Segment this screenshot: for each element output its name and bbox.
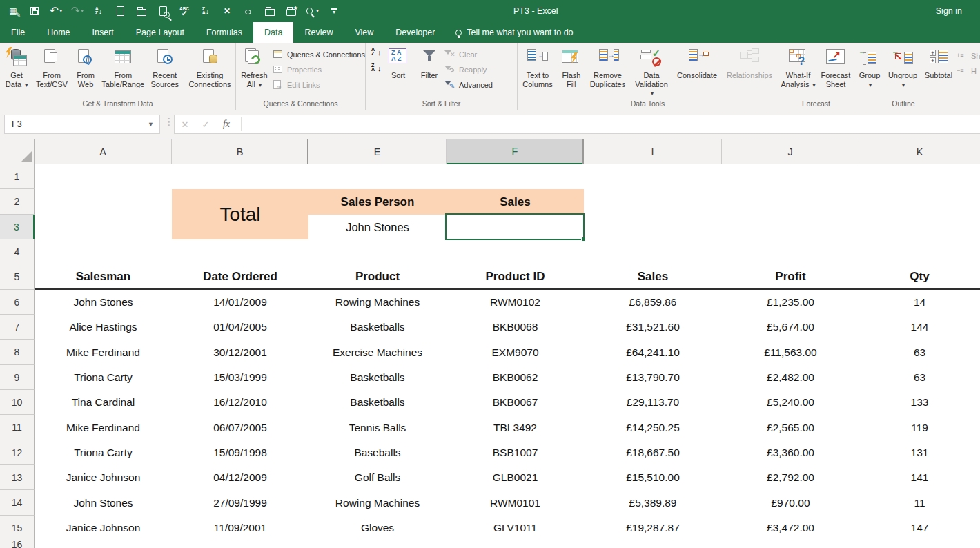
from-web-button[interactable]: From Web (70, 44, 101, 88)
fill-handle[interactable] (581, 237, 586, 242)
cell[interactable]: Tina Cardinal (35, 390, 172, 415)
row-header-16[interactable]: 16 (0, 540, 35, 548)
cell[interactable]: GLV1011 (447, 516, 584, 540)
cell[interactable]: 27/09/1999 (172, 490, 308, 515)
sort-az-icon[interactable]: AZ↓ (371, 48, 382, 58)
cell[interactable]: 63 (859, 340, 980, 365)
tab-formulas[interactable]: Formulas (195, 22, 253, 43)
row-header-8[interactable]: 8 (0, 340, 35, 365)
open-file-icon[interactable] (264, 5, 276, 17)
row-header-13[interactable]: 13 (0, 465, 35, 490)
cell[interactable]: 30/12/2001 (172, 340, 308, 365)
print-preview-icon[interactable] (157, 5, 169, 17)
sort-ascending-icon[interactable]: AZ↓ (92, 5, 105, 17)
tab-developer[interactable]: Developer (384, 22, 446, 43)
cell[interactable]: RWM0101 (447, 490, 584, 515)
delete-icon[interactable]: ✕ (221, 5, 233, 17)
undo-icon[interactable]: ↶▾ (50, 5, 62, 17)
row-header-6[interactable]: 6 (0, 290, 35, 315)
col-header-product-id[interactable]: Product ID (447, 264, 584, 290)
consolidate-button[interactable]: → Consolidate (673, 44, 721, 80)
refresh-all-button[interactable]: Refresh All ▾ (236, 44, 273, 90)
from-table-range-button[interactable]: From Table/Range (101, 44, 145, 88)
row-header-9[interactable]: 9 (0, 365, 35, 390)
cell[interactable]: 133 (859, 390, 980, 415)
cell[interactable]: 11/09/2001 (172, 516, 308, 540)
cell[interactable]: RWM0102 (447, 290, 584, 315)
cell[interactable]: Tennis Balls (308, 415, 447, 440)
cell[interactable]: Basketballs (308, 390, 447, 415)
cell[interactable]: Golf Balls (308, 465, 447, 490)
cell[interactable]: Triona Carty (35, 440, 172, 465)
cell-partial[interactable]: Baseballs (308, 540, 447, 548)
recent-sources-button[interactable]: Recent Sources (145, 44, 184, 88)
find-icon[interactable]: ▾ (306, 5, 319, 17)
column-header-a[interactable]: A (35, 139, 172, 164)
column-header-i[interactable]: I (584, 139, 722, 164)
cell[interactable]: £19,287.87 (584, 516, 722, 540)
cell[interactable]: £5,240.00 (722, 390, 859, 415)
cell[interactable]: BSB1007 (447, 440, 584, 465)
selected-cell-f3[interactable] (445, 213, 585, 240)
row-header-3[interactable]: 3 (0, 215, 35, 239)
sort-za-icon[interactable]: ZA↓ (371, 63, 382, 74)
name-box[interactable]: F3 ▼ (4, 115, 160, 134)
row-header-10[interactable]: 10 (0, 390, 35, 415)
cell-partial[interactable]: 102 (859, 540, 980, 548)
cell[interactable]: Basketballs (308, 315, 447, 340)
col-header-profit[interactable]: Profit (722, 264, 859, 290)
text-to-columns-button[interactable]: → Text to Columns (518, 44, 558, 88)
enter-icon[interactable]: ✓ (195, 119, 216, 130)
row-header-14[interactable]: 14 (0, 490, 35, 516)
cell[interactable]: £6,859.86 (584, 290, 722, 315)
column-header-b[interactable]: B (172, 139, 308, 164)
cell[interactable]: £5,389.89 (584, 490, 722, 515)
cell-partial[interactable]: BSB1008 (447, 540, 584, 548)
sign-in-link[interactable]: Sign in (936, 0, 962, 22)
cell[interactable]: Triona Carty (35, 365, 172, 390)
cell[interactable]: GLB0021 (447, 465, 584, 490)
redo-icon[interactable]: ↷▾ (71, 5, 84, 17)
get-data-button[interactable]: Get Data ▾ (0, 44, 33, 90)
tab-file[interactable]: File (0, 22, 36, 43)
cell[interactable]: Rowing Machines (308, 490, 447, 515)
row-header-11[interactable]: 11 (0, 415, 35, 440)
customize-qat-icon[interactable]: ▾ (328, 5, 340, 17)
cell[interactable]: John Stones (35, 290, 172, 315)
row-header-4[interactable]: 4 (0, 239, 35, 264)
cell[interactable]: Janice Johnson (35, 516, 172, 540)
tab-view[interactable]: View (344, 22, 384, 43)
open-folder-icon[interactable] (135, 5, 148, 17)
row-header-1[interactable]: 1 (0, 164, 35, 189)
cell[interactable]: 06/07/2005 (172, 415, 308, 440)
filter-button[interactable]: Filter (414, 44, 444, 80)
cell[interactable]: £3,472.00 (722, 516, 859, 540)
cell[interactable]: John Stones (35, 490, 172, 515)
cancel-icon[interactable]: ✕ (175, 119, 195, 130)
cell[interactable]: 15/09/1998 (172, 440, 308, 465)
col-header-qty[interactable]: Qty (859, 264, 980, 290)
col-header-product[interactable]: Product (308, 264, 447, 290)
properties-button[interactable]: Properties (273, 63, 365, 76)
cell[interactable]: Basketballs (308, 365, 447, 390)
sales-header-cell[interactable]: Sales (447, 189, 584, 215)
cell[interactable]: £2,482.00 (722, 365, 859, 390)
forecast-sheet-button[interactable]: ↗ Forecast Sheet (818, 44, 854, 88)
subtotal-button[interactable]: + + Subtotal (921, 44, 957, 80)
column-header-f[interactable]: F (447, 139, 584, 164)
clear-filter-button[interactable]: ✕ Clear (444, 48, 493, 61)
cell-partial[interactable]: 04/08/2005 (172, 540, 308, 548)
cell[interactable]: £2,565.00 (722, 415, 859, 440)
group-button[interactable]: → Group▾ (854, 44, 885, 90)
cell[interactable]: £2,792.00 (722, 465, 859, 490)
from-text-csv-button[interactable]: From Text/CSV (33, 44, 70, 88)
cell[interactable]: Alice Hastings (35, 315, 172, 340)
cell[interactable]: £5,674.00 (722, 315, 859, 340)
cell[interactable]: £31,521.60 (584, 315, 722, 340)
name-box-dropdown-icon[interactable]: ▼ (148, 121, 154, 128)
edit-workbook-icon[interactable]: ▦✎ (7, 5, 19, 17)
cell[interactable]: 14/01/2009 (172, 290, 308, 315)
spelling-icon[interactable]: ABC✓ (178, 5, 190, 17)
row-header-15[interactable]: 15 (0, 516, 35, 540)
col-header-sales[interactable]: Sales (584, 264, 722, 290)
